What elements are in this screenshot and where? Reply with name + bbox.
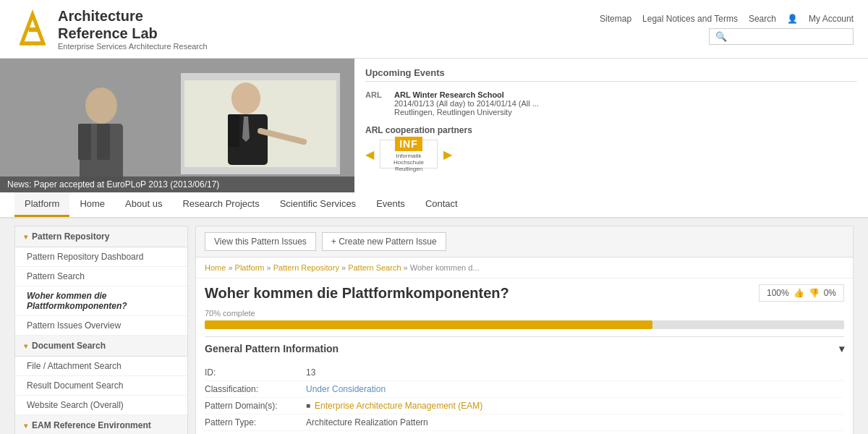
- info-label: Pattern Domain(s):: [205, 401, 306, 411]
- coop-logo: INF InformatikHochschule Reutlingen: [380, 140, 438, 169]
- breadcrumb-current: Woher kommen d...: [410, 263, 480, 272]
- sidebar-link-website-search-(over[interactable]: Website Search (Overall): [15, 396, 187, 415]
- breadcrumb-repo[interactable]: Pattern Repository: [273, 263, 339, 272]
- info-value: Under Consideration: [306, 384, 844, 394]
- logo-text-area: Architecture Reference Lab Enterprise Se…: [58, 7, 208, 51]
- logo-icon: [14, 7, 51, 51]
- event-name: ARL Winter Research School: [394, 90, 539, 99]
- general-pattern-header[interactable]: General Pattern Information ▾: [205, 337, 844, 360]
- nav-item-about-us[interactable]: About us: [115, 192, 172, 217]
- inf-logo: INF InformatikHochschule Reutlingen: [380, 137, 437, 172]
- event-date: 2014/01/13 (All day) to 2014/01/14 (All …: [394, 99, 539, 108]
- general-pattern-content: ID:13Classification:Under ConsiderationP…: [205, 360, 844, 434]
- page-title: Woher kommen die Plattformkomponenten?: [205, 285, 509, 302]
- nav-item-contact[interactable]: Contact: [415, 192, 468, 217]
- event-arl-badge: ARL: [365, 90, 387, 99]
- header-nav: Sitemap Legal Notices and Terms Search 👤…: [600, 14, 854, 24]
- nav-item-events[interactable]: Events: [366, 192, 415, 217]
- search-input[interactable]: [730, 31, 847, 41]
- create-issue-button[interactable]: + Create new Pattern Issue: [322, 232, 446, 251]
- breadcrumb: Home » Platform » Pattern Repository » P…: [196, 258, 853, 278]
- legal-link[interactable]: Legal Notices and Terms: [642, 14, 738, 24]
- info-label: Classification:: [205, 384, 306, 394]
- search-link[interactable]: Search: [749, 14, 776, 24]
- hero-caption: News: Paper accepted at EuroPLoP 2013 (2…: [0, 176, 354, 192]
- info-row: ID:13: [205, 365, 844, 381]
- svg-rect-8: [78, 124, 91, 160]
- sidebar-section-pattern-repository[interactable]: ▾ Pattern Repository: [15, 226, 187, 247]
- inf-logo-text: INF: [395, 137, 422, 151]
- logo-subtitle: Enterprise Services Architecture Researc…: [58, 42, 208, 51]
- event-details: ARL Winter Research School 2014/01/13 (A…: [394, 90, 539, 116]
- hero-side: Upcoming Events ARL ARL Winter Research …: [354, 59, 868, 192]
- info-value: Enterprise Architecture Management (EAM): [306, 401, 844, 411]
- rating-box: 100% 👍 👎 0%: [759, 284, 844, 302]
- sidebar-arrow: ▾: [24, 422, 27, 430]
- svg-rect-1: [29, 27, 39, 32]
- sidebar-section-eam-reference-environment[interactable]: ▾ EAM Reference Environment: [15, 415, 187, 434]
- thumbs-up-icon[interactable]: 👍: [793, 288, 804, 298]
- view-issues-button[interactable]: View this Pattern Issues: [205, 232, 316, 251]
- bullet-item: Enterprise Architecture Management (EAM): [306, 401, 844, 411]
- breadcrumb-home[interactable]: Home: [205, 263, 226, 272]
- logo-title: Architecture Reference Lab: [58, 7, 208, 42]
- account-link[interactable]: My Account: [809, 14, 854, 24]
- info-row: Pattern Type:Architecture Realization Pa…: [205, 414, 844, 431]
- sidebar-link-pattern-repository-d[interactable]: Pattern Repository Dashboard: [15, 247, 187, 267]
- event-location: Reutlingen, Reutlingen University: [394, 108, 539, 116]
- main-layout: ▾ Pattern RepositoryPattern Repository D…: [0, 218, 868, 434]
- sitemap-link[interactable]: Sitemap: [600, 14, 631, 24]
- sidebar-link-woher-kommen-die-pla[interactable]: Woher kommen die Plattformkomponenten?: [15, 286, 187, 316]
- logo-area: Architecture Reference Lab Enterprise Se…: [14, 7, 208, 51]
- rating-percent: 100%: [767, 288, 789, 298]
- svg-point-10: [231, 82, 260, 114]
- breadcrumb-platform[interactable]: Platform: [235, 263, 265, 272]
- rating-down-percent: 0%: [824, 288, 836, 298]
- progress-label: 70% complete: [205, 309, 844, 318]
- progress-section: 70% complete: [196, 305, 853, 336]
- info-row: Classification:Under Consideration: [205, 381, 844, 398]
- header: Architecture Reference Lab Enterprise Se…: [0, 0, 868, 59]
- nav-item-home[interactable]: Home: [69, 192, 115, 217]
- hero-section: News: Paper accepted at EuroPLoP 2013 (2…: [0, 59, 868, 192]
- sidebar-link-pattern-search[interactable]: Pattern Search: [15, 267, 187, 286]
- info-row: Aliases:Plattformkomponenten, Plattform: [205, 431, 844, 434]
- cooperation-title: ARL cooperation partners: [365, 125, 857, 135]
- header-right: Sitemap Legal Notices and Terms Search 👤…: [600, 14, 854, 45]
- nav-item-research-projects[interactable]: Research Projects: [172, 192, 269, 217]
- sidebar-arrow: ▾: [24, 342, 27, 350]
- action-bar: View this Pattern Issues + Create new Pa…: [196, 226, 853, 258]
- main-nav: PlatformHomeAbout usResearch ProjectsSci…: [0, 192, 868, 218]
- domain-link[interactable]: Enterprise Architecture Management (EAM): [315, 401, 482, 411]
- sidebar-section-document-search[interactable]: ▾ Document Search: [15, 336, 187, 357]
- nav-item-platform[interactable]: Platform: [14, 192, 69, 217]
- coop-prev-arrow[interactable]: ◀: [365, 148, 374, 161]
- section-collapse-icon: ▾: [839, 343, 844, 354]
- hero-image: News: Paper accepted at EuroPLoP 2013 (2…: [0, 59, 354, 192]
- breadcrumb-search[interactable]: Pattern Search: [348, 263, 401, 272]
- content-area: View this Pattern Issues + Create new Pa…: [195, 226, 854, 434]
- inf-logo-subtext: InformatikHochschule Reutlingen: [380, 153, 437, 172]
- svg-rect-12: [228, 114, 239, 147]
- section-title: General Pattern Information: [205, 343, 339, 354]
- event-item: ARL ARL Winter Research School 2014/01/1…: [365, 90, 857, 116]
- coop-next-arrow[interactable]: ▶: [443, 148, 452, 161]
- svg-rect-9: [97, 124, 110, 160]
- info-label: ID:: [205, 367, 306, 378]
- cooperation-section: ARL cooperation partners ◀ INF Informati…: [365, 125, 857, 169]
- svg-point-6: [85, 88, 117, 124]
- info-label: Pattern Type:: [205, 417, 306, 427]
- upcoming-events-title: Upcoming Events: [365, 67, 857, 82]
- search-box: 🔍: [709, 28, 854, 45]
- progress-bar-fill: [205, 320, 652, 329]
- sidebar-link-result-document-sear[interactable]: Result Document Search: [15, 376, 187, 396]
- nav-item-scientific-services[interactable]: Scientific Services: [270, 192, 366, 217]
- thumbs-down-icon[interactable]: 👎: [809, 288, 820, 298]
- account-icon: 👤: [787, 14, 798, 24]
- logo-line2: Reference Lab: [58, 25, 158, 41]
- sidebar-link-file-/-attachment-se[interactable]: File / Attachment Search: [15, 357, 187, 376]
- sidebar-link-pattern-issues-overv[interactable]: Pattern Issues Overview: [15, 316, 187, 336]
- cooperation-logos: ◀ INF InformatikHochschule Reutlingen ▶: [365, 140, 857, 169]
- sidebar-arrow: ▾: [24, 233, 27, 241]
- general-pattern-section: General Pattern Information ▾ ID:13Class…: [205, 336, 844, 434]
